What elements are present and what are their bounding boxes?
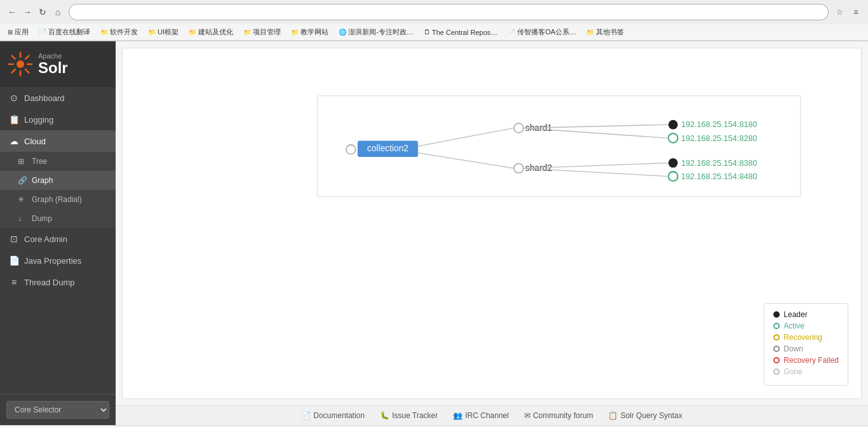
edge-collection-shard2: [418, 153, 514, 168]
irc-channel-icon: 👥: [453, 411, 463, 420]
browser-actions: ☆ ≡: [832, 5, 863, 19]
bookmark-baidu-label: 百度在线翻译: [48, 27, 90, 37]
legend-dot-leader: [773, 311, 780, 318]
collection-node-label: collection2: [367, 144, 409, 153]
footer-link-issue-tracker[interactable]: 🐛 Issue Tracker: [380, 411, 438, 420]
forward-button[interactable]: →: [20, 5, 34, 19]
bookmark-edu-label: 教学网站: [301, 27, 329, 37]
sidebar-item-dump[interactable]: ↓ Dump: [0, 209, 116, 228]
back-button[interactable]: ←: [5, 5, 19, 19]
dashboard-icon: ⊙: [9, 93, 19, 103]
thread-dump-icon: ≡: [9, 277, 19, 287]
bookmark-oa[interactable]: 📄 传智播客OA公系…: [505, 26, 579, 38]
baidu-icon: 📄: [39, 29, 46, 36]
footer-link-solr-query[interactable]: 📋 Solr Query Syntax: [608, 411, 682, 420]
legend-item-down: Down: [773, 344, 839, 353]
legend-item-gone: Gone: [773, 367, 839, 376]
build-icon: 📁: [189, 29, 196, 36]
bookmark-edu[interactable]: 📁 教学网站: [288, 26, 331, 38]
node-8480-circle: [668, 172, 678, 181]
documentation-icon: 📄: [301, 411, 311, 420]
graph-container: collection2 shard1 shard2 192.168.25.154…: [122, 48, 862, 399]
core-selector[interactable]: Core Selector: [6, 401, 109, 419]
logging-icon: 📋: [9, 114, 19, 125]
node-8380-circle: [668, 158, 678, 168]
bookmark-central[interactable]: 🗒 The Central Repos…: [421, 27, 500, 37]
pengpai-icon: 🌐: [339, 29, 346, 36]
legend-dot-recovery-failed: [773, 357, 780, 363]
footer-link-community-forum[interactable]: ✉ Community forum: [524, 411, 593, 420]
bookmark-apps[interactable]: ⊞ 应用: [5, 26, 31, 38]
content-area: collection2 shard1 shard2 192.168.25.154…: [116, 41, 868, 425]
footer-irc-channel-label: IRC Channel: [465, 411, 509, 420]
footer-solr-query-label: Solr Query Syntax: [620, 411, 682, 420]
logging-label: Logging: [24, 115, 53, 125]
footer-issue-tracker-label: Issue Tracker: [392, 411, 438, 420]
tree-label: Tree: [32, 157, 47, 166]
core-admin-icon: ⊡: [9, 234, 19, 244]
cloud-icon: ☁: [9, 136, 19, 146]
svg-line-7: [25, 56, 29, 59]
svg-line-6: [25, 69, 29, 72]
graph-radial-icon: ✳: [18, 195, 27, 204]
cloud-label: Cloud: [24, 137, 46, 146]
bookmark-baidu[interactable]: 📄 百度在线翻译: [36, 26, 93, 38]
issue-tracker-icon: 🐛: [380, 411, 390, 420]
project-icon: 📁: [243, 29, 251, 36]
sidebar-item-cloud[interactable]: ☁ Cloud: [0, 130, 116, 152]
core-admin-label: Core Admin: [24, 234, 67, 244]
bookmark-pengpai[interactable]: 🌐 澎湃新闻-专注时政…: [336, 26, 416, 38]
dump-label: Dump: [32, 214, 52, 223]
sidebar-item-tree[interactable]: ⊞ Tree: [0, 152, 116, 171]
address-bar[interactable]: 192.168.25.154:8180/solr/#/~cloud: [69, 4, 829, 20]
menu-button[interactable]: ≡: [849, 5, 863, 19]
graph-icon: 🔗: [18, 176, 27, 185]
bookmark-ui[interactable]: 📁 UI框架: [146, 26, 181, 38]
bookmark-project[interactable]: 📁 项目管理: [241, 26, 283, 38]
legend-dot-gone: [773, 369, 780, 375]
footer-community-forum-label: Community forum: [533, 411, 593, 420]
footer: 📄 Documentation 🐛 Issue Tracker 👥 IRC Ch…: [116, 405, 868, 425]
footer-documentation-label: Documentation: [313, 411, 365, 420]
nav-buttons: ← → ↻ ⌂: [5, 5, 65, 19]
oa-icon: 📄: [508, 29, 515, 36]
reload-button[interactable]: ↻: [36, 5, 50, 19]
sidebar-item-graph-radial[interactable]: ✳ Graph (Radial): [0, 190, 116, 209]
dump-icon: ↓: [18, 214, 27, 223]
svg-line-8: [12, 69, 15, 72]
legend: Leader Active Recovering Down Recovery F…: [764, 303, 848, 386]
cloud-sub-nav: ⊞ Tree 🔗 Graph ✳ Graph (Radial) ↓ Dump: [0, 152, 116, 228]
thread-dump-label: Thread Dump: [24, 278, 74, 287]
sidebar-item-java-properties[interactable]: 📄 Java Properties: [0, 250, 116, 271]
software-icon: 📁: [100, 29, 108, 36]
sidebar-item-dashboard[interactable]: ⊙ Dashboard: [0, 87, 116, 109]
footer-link-documentation[interactable]: 📄 Documentation: [301, 411, 365, 420]
edge-collection-shard1: [418, 128, 514, 146]
java-properties-icon: 📄: [9, 255, 19, 266]
legend-dot-active: [773, 323, 780, 329]
bookmarks-bar: ⊞ 应用 📄 百度在线翻译 📁 软件开发 📁 UI框架 📁 建站及优化 📁 项目…: [0, 24, 868, 41]
legend-item-recovery-failed: Recovery Failed: [773, 356, 839, 365]
star-button[interactable]: ☆: [832, 5, 846, 19]
sidebar-item-core-admin[interactable]: ⊡ Core Admin: [0, 228, 116, 250]
bookmark-build-label: 建站及优化: [198, 27, 233, 37]
bookmark-software[interactable]: 📁 软件开发: [98, 26, 140, 38]
bookmark-others[interactable]: 📁 其他书签: [584, 26, 627, 38]
others-icon: 📁: [587, 29, 594, 36]
sidebar-item-graph[interactable]: 🔗 Graph: [0, 171, 116, 190]
bookmark-build[interactable]: 📁 建站及优化: [186, 26, 236, 38]
legend-dot-down: [773, 346, 780, 352]
sidebar-item-thread-dump[interactable]: ≡ Thread Dump: [0, 271, 116, 293]
footer-link-irc-channel[interactable]: 👥 IRC Channel: [453, 411, 509, 420]
bookmark-oa-label: 传智播客OA公系…: [517, 27, 576, 37]
ui-icon: 📁: [148, 29, 156, 36]
sidebar-item-logging[interactable]: 📋 Logging: [0, 109, 116, 130]
home-button[interactable]: ⌂: [51, 5, 65, 19]
solr-query-icon: 📋: [608, 411, 618, 420]
browser-toolbar: ← → ↻ ⌂ 192.168.25.154:8180/solr/#/~clou…: [0, 0, 868, 24]
graph-label: Graph: [32, 176, 53, 185]
legend-label-leader: Leader: [783, 310, 807, 319]
legend-label-down: Down: [783, 344, 803, 353]
apps-icon: ⊞: [8, 29, 13, 36]
shard2-node-circle: [514, 163, 524, 173]
